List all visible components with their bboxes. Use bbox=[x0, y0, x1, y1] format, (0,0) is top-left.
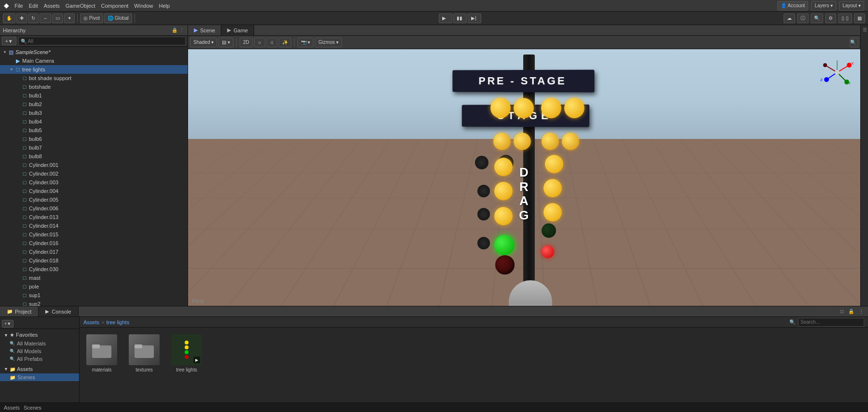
hierarchy-item-botshade[interactable]: □ botshade bbox=[0, 82, 188, 91]
hierarchy-item-sup2[interactable]: □ sup2 bbox=[0, 300, 188, 306]
menu-window[interactable]: Window bbox=[134, 3, 153, 9]
menu-help[interactable]: Help bbox=[159, 3, 170, 9]
menu-gameobject[interactable]: GameObject bbox=[66, 3, 95, 9]
menu-edit[interactable]: Edit bbox=[29, 3, 38, 9]
layout-button[interactable]: Layout ▾ bbox=[839, 1, 864, 11]
account-button[interactable]: 👤 Account bbox=[777, 1, 808, 11]
hierarchy-item-bulb7[interactable]: □ bulb7 bbox=[0, 143, 188, 152]
project-search-btn[interactable]: 🔍 bbox=[788, 319, 797, 325]
scene-tab[interactable]: ▶ Scene bbox=[188, 25, 221, 35]
game-tab[interactable]: ▶ Game bbox=[221, 25, 254, 35]
search-scene-button[interactable]: 🔍 bbox=[850, 38, 858, 47]
transform-tool-button[interactable]: ✦ bbox=[64, 14, 75, 23]
bottom-maximize[interactable]: □ bbox=[839, 308, 845, 315]
hierarchy-item-cylinder-030[interactable]: □ Cylinder.030 bbox=[0, 265, 188, 274]
lighting-button[interactable]: ☼ bbox=[254, 38, 265, 47]
services-button[interactable]: ⓘ bbox=[797, 14, 809, 23]
fx-button[interactable]: ✨ bbox=[279, 38, 291, 47]
hierarchy-item-bulb3[interactable]: □ bulb3 bbox=[0, 109, 188, 117]
console-tab[interactable]: ▶ Console bbox=[39, 306, 78, 316]
asset-item-textures[interactable]: textures bbox=[127, 332, 162, 374]
asset-item-materials[interactable]: materials bbox=[84, 332, 119, 374]
bottom-lock[interactable]: 🔒 bbox=[847, 308, 855, 315]
hierarchy-item-cylinder-006[interactable]: □ Cylinder.006 bbox=[0, 204, 188, 213]
menu-file[interactable]: File bbox=[14, 3, 23, 9]
hierarchy-item-cylinder-002[interactable]: □ Cylinder.002 bbox=[0, 169, 188, 178]
hierarchy-item-bulb5[interactable]: □ bulb5 bbox=[0, 126, 188, 135]
step-button[interactable]: ▶| bbox=[468, 14, 481, 23]
wireframe-button[interactable]: ▤ ▾ bbox=[218, 38, 233, 47]
project-tab[interactable]: 📁 Project bbox=[0, 306, 39, 316]
menu-component[interactable]: Component bbox=[101, 3, 128, 9]
global-button[interactable]: 🌐 Global bbox=[104, 14, 132, 23]
hierarchy-item-bulb8[interactable]: □ bulb8 bbox=[0, 152, 188, 161]
hierarchy-item-label: bulb1 bbox=[29, 93, 42, 98]
pivot-button[interactable]: ◎ Pivot bbox=[80, 14, 103, 23]
asset-item-treelights[interactable]: ▶ tree lights bbox=[169, 332, 204, 374]
scene-viewport[interactable]: PRE - STAGE STAGE bbox=[188, 49, 860, 306]
collab-button[interactable]: ☁ bbox=[784, 14, 795, 23]
play-button[interactable]: ▶ bbox=[439, 14, 452, 23]
scenes-item[interactable]: 📁 Scenes bbox=[0, 373, 79, 381]
hierarchy-lock-icon[interactable]: 🔒 bbox=[172, 27, 177, 33]
layers2-button[interactable]: ▯ ▯ bbox=[838, 14, 852, 23]
audio-button[interactable]: ♫ bbox=[267, 38, 277, 47]
pause-button[interactable]: ▮▮ bbox=[453, 14, 467, 23]
gizmos-button[interactable]: Gizmos ▾ bbox=[315, 38, 342, 47]
shaded-button[interactable]: Shaded ▾ bbox=[190, 38, 217, 47]
hierarchy-item-bot-shade-support[interactable]: □ bot shade support bbox=[0, 74, 188, 82]
hierarchy-add-button[interactable]: +▼ bbox=[2, 37, 16, 45]
hierarchy-item-cylinder-004[interactable]: □ Cylinder.004 bbox=[0, 187, 188, 195]
hierarchy-item-bulb1[interactable]: □ bulb1 bbox=[0, 91, 188, 100]
search-global-button[interactable]: 🔍 bbox=[811, 14, 823, 23]
hierarchy-item-bulb6[interactable]: □ bulb6 bbox=[0, 135, 188, 143]
hierarchy-item-cylinder-005[interactable]: □ Cylinder.005 bbox=[0, 195, 188, 204]
rect-tool-button[interactable]: ▭ bbox=[52, 14, 63, 23]
all-prefabs-item[interactable]: 🔍 All Prefabs bbox=[0, 355, 79, 363]
svg-point-10 bbox=[824, 77, 829, 82]
scenes-bottom-label[interactable]: Scenes bbox=[24, 405, 41, 411]
hierarchy-item-cylinder-001[interactable]: □ Cylinder.001 bbox=[0, 161, 188, 169]
move-tool-button[interactable]: ✚ bbox=[16, 14, 27, 23]
assets-bottom-label[interactable]: Assets bbox=[4, 405, 20, 411]
hierarchy-item-sup1[interactable]: □ sup1 bbox=[0, 291, 188, 300]
settings-button[interactable]: ⚙ bbox=[825, 14, 836, 23]
hierarchy-item-cylinder-014[interactable]: □ Cylinder.014 bbox=[0, 221, 188, 230]
all-materials-item[interactable]: 🔍 All Materials bbox=[0, 340, 79, 347]
bottom-menu[interactable]: ⋮ bbox=[857, 308, 865, 315]
hierarchy-item-bulb2[interactable]: □ bulb2 bbox=[0, 100, 188, 109]
hierarchy-item-tree-lights[interactable]: ▼ □ tree lights bbox=[0, 65, 188, 74]
hierarchy-item-cylinder-018[interactable]: □ Cylinder.018 bbox=[0, 256, 188, 265]
hierarchy-item-bulb4[interactable]: □ bulb4 bbox=[0, 117, 188, 126]
hierarchy-menu-icon[interactable]: ⋮ bbox=[179, 27, 185, 33]
2d-button[interactable]: 2D bbox=[240, 38, 253, 47]
scale-tool-button[interactable]: ↔ bbox=[40, 14, 51, 23]
shade-dark-green bbox=[542, 223, 556, 238]
layers-button[interactable]: Layers ▾ bbox=[811, 1, 836, 11]
menu-assets[interactable]: Assets bbox=[44, 3, 60, 9]
hierarchy-search-input[interactable] bbox=[28, 39, 183, 44]
rotate-tool-button[interactable]: ↻ bbox=[28, 14, 39, 23]
scene-tab-label: Scene bbox=[200, 27, 215, 33]
hierarchy-item-cylinder-003[interactable]: □ Cylinder.003 bbox=[0, 178, 188, 187]
all-models-item[interactable]: 🔍 All Models bbox=[0, 347, 79, 355]
layout2-button[interactable]: ▦ bbox=[854, 14, 865, 23]
hierarchy-item-cylinder-015[interactable]: □ Cylinder.015 bbox=[0, 230, 188, 239]
breadcrumb-assets[interactable]: Assets bbox=[83, 319, 99, 325]
hierarchy-item-cylinder-017[interactable]: □ Cylinder.017 bbox=[0, 247, 188, 256]
favorites-header[interactable]: ▼ ★ Favorites bbox=[4, 332, 75, 338]
assets-header[interactable]: ▼ 📁 Assets bbox=[4, 366, 75, 372]
hierarchy-item-pole[interactable]: □ pole bbox=[0, 282, 188, 291]
breadcrumb-folder[interactable]: tree lights bbox=[106, 319, 129, 325]
hierarchy-item-main-camera[interactable]: ▶ Main Camera bbox=[0, 56, 188, 65]
project-add-button[interactable]: +▼ bbox=[2, 320, 14, 328]
hierarchy-item-samplescene*[interactable]: ▼ ▧ SampleScene* bbox=[0, 48, 188, 56]
panel-arrow[interactable]: ☰ bbox=[862, 27, 867, 32]
hierarchy-item-cylinder-016[interactable]: □ Cylinder.016 bbox=[0, 239, 188, 247]
hierarchy-item-mast[interactable]: □ mast bbox=[0, 274, 188, 282]
project-search-input[interactable] bbox=[798, 318, 864, 327]
hand-tool-button[interactable]: ✋ bbox=[3, 14, 15, 23]
hierarchy-item-cylinder-013[interactable]: □ Cylinder.013 bbox=[0, 213, 188, 221]
camera-button[interactable]: 📷 ▾ bbox=[298, 38, 314, 47]
hierarchy-item-label: Cylinder.004 bbox=[29, 188, 58, 194]
